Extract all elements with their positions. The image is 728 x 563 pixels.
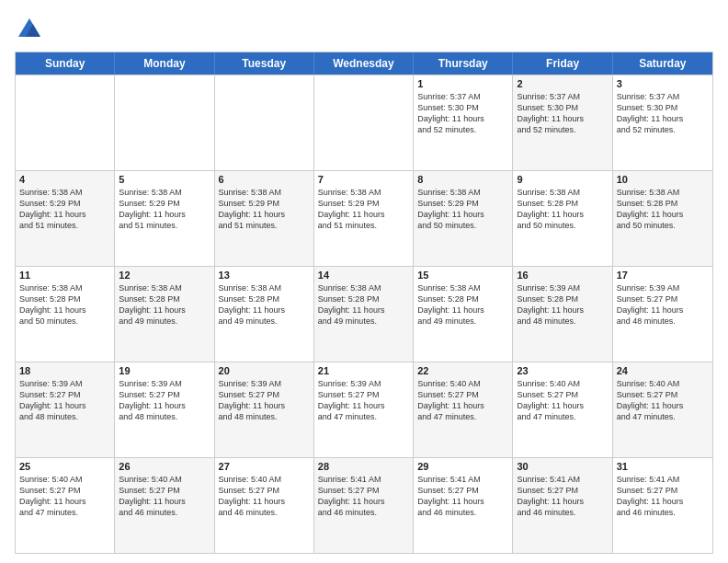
calendar-cell-day-12: 12Sunrise: 5:38 AM Sunset: 5:28 PM Dayli…	[115, 267, 214, 362]
cell-info: Sunrise: 5:38 AM Sunset: 5:28 PM Dayligh…	[318, 282, 409, 327]
calendar-cell-day-24: 24Sunrise: 5:40 AM Sunset: 5:27 PM Dayli…	[613, 362, 712, 457]
cell-info: Sunrise: 5:41 AM Sunset: 5:27 PM Dayligh…	[517, 474, 608, 519]
day-number: 31	[617, 461, 709, 472]
calendar-cell-day-8: 8Sunrise: 5:38 AM Sunset: 5:29 PM Daylig…	[414, 171, 513, 266]
calendar-cell-day-10: 10Sunrise: 5:38 AM Sunset: 5:28 PM Dayli…	[613, 171, 712, 266]
calendar-cell-day-25: 25Sunrise: 5:40 AM Sunset: 5:27 PM Dayli…	[16, 458, 115, 553]
cell-info: Sunrise: 5:38 AM Sunset: 5:29 PM Dayligh…	[219, 187, 310, 232]
logo-icon	[15, 15, 44, 44]
cell-info: Sunrise: 5:39 AM Sunset: 5:27 PM Dayligh…	[19, 378, 110, 423]
calendar-cell-day-20: 20Sunrise: 5:39 AM Sunset: 5:27 PM Dayli…	[215, 362, 314, 457]
calendar-cell-day-30: 30Sunrise: 5:41 AM Sunset: 5:27 PM Dayli…	[513, 458, 612, 553]
day-number: 18	[19, 365, 110, 376]
calendar-cell-day-7: 7Sunrise: 5:38 AM Sunset: 5:29 PM Daylig…	[314, 171, 414, 266]
cell-info: Sunrise: 5:40 AM Sunset: 5:27 PM Dayligh…	[119, 474, 210, 519]
calendar: SundayMondayTuesdayWednesdayThursdayFrid…	[15, 52, 713, 554]
day-number: 22	[417, 365, 508, 376]
calendar-cell-day-29: 29Sunrise: 5:41 AM Sunset: 5:27 PM Dayli…	[414, 458, 513, 553]
cell-info: Sunrise: 5:40 AM Sunset: 5:27 PM Dayligh…	[517, 378, 608, 423]
cell-info: Sunrise: 5:41 AM Sunset: 5:27 PM Dayligh…	[318, 474, 409, 519]
calendar-cell-day-3: 3Sunrise: 5:37 AM Sunset: 5:30 PM Daylig…	[613, 75, 712, 170]
cell-info: Sunrise: 5:39 AM Sunset: 5:27 PM Dayligh…	[219, 378, 310, 423]
day-number: 11	[19, 270, 110, 281]
day-number: 20	[219, 365, 310, 376]
calendar-cell-day-5: 5Sunrise: 5:38 AM Sunset: 5:29 PM Daylig…	[115, 171, 214, 266]
cell-info: Sunrise: 5:38 AM Sunset: 5:28 PM Dayligh…	[119, 282, 210, 327]
cell-info: Sunrise: 5:41 AM Sunset: 5:27 PM Dayligh…	[417, 474, 508, 519]
day-number: 13	[219, 270, 310, 281]
day-number: 29	[417, 461, 508, 472]
day-number: 10	[617, 174, 709, 185]
calendar-cell-empty	[215, 75, 314, 170]
weekday-header-thursday: Thursday	[414, 52, 513, 75]
cell-info: Sunrise: 5:38 AM Sunset: 5:28 PM Dayligh…	[417, 282, 508, 327]
cell-info: Sunrise: 5:40 AM Sunset: 5:27 PM Dayligh…	[417, 378, 508, 423]
day-number: 16	[517, 270, 608, 281]
day-number: 9	[517, 174, 608, 185]
calendar-row-1: 1Sunrise: 5:37 AM Sunset: 5:30 PM Daylig…	[16, 75, 712, 170]
calendar-cell-day-1: 1Sunrise: 5:37 AM Sunset: 5:30 PM Daylig…	[414, 75, 513, 170]
cell-info: Sunrise: 5:40 AM Sunset: 5:27 PM Dayligh…	[219, 474, 310, 519]
cell-info: Sunrise: 5:38 AM Sunset: 5:29 PM Dayligh…	[19, 187, 110, 232]
calendar-cell-day-28: 28Sunrise: 5:41 AM Sunset: 5:27 PM Dayli…	[314, 458, 414, 553]
cell-info: Sunrise: 5:41 AM Sunset: 5:27 PM Dayligh…	[617, 474, 709, 519]
cell-info: Sunrise: 5:39 AM Sunset: 5:27 PM Dayligh…	[119, 378, 210, 423]
day-number: 28	[318, 461, 409, 472]
weekday-header-wednesday: Wednesday	[314, 52, 414, 75]
calendar-cell-day-15: 15Sunrise: 5:38 AM Sunset: 5:28 PM Dayli…	[414, 267, 513, 362]
day-number: 25	[19, 461, 110, 472]
calendar-cell-day-9: 9Sunrise: 5:38 AM Sunset: 5:28 PM Daylig…	[513, 171, 612, 266]
calendar-cell-day-23: 23Sunrise: 5:40 AM Sunset: 5:27 PM Dayli…	[513, 362, 612, 457]
page: SundayMondayTuesdayWednesdayThursdayFrid…	[0, 0, 728, 563]
day-number: 17	[617, 270, 709, 281]
calendar-cell-day-26: 26Sunrise: 5:40 AM Sunset: 5:27 PM Dayli…	[115, 458, 214, 553]
day-number: 21	[318, 365, 409, 376]
calendar-row-4: 18Sunrise: 5:39 AM Sunset: 5:27 PM Dayli…	[16, 362, 712, 457]
calendar-row-5: 25Sunrise: 5:40 AM Sunset: 5:27 PM Dayli…	[16, 457, 712, 553]
cell-info: Sunrise: 5:39 AM Sunset: 5:28 PM Dayligh…	[517, 282, 608, 327]
calendar-header: SundayMondayTuesdayWednesdayThursdayFrid…	[16, 52, 712, 75]
day-number: 30	[517, 461, 608, 472]
calendar-body: 1Sunrise: 5:37 AM Sunset: 5:30 PM Daylig…	[16, 75, 712, 553]
calendar-cell-day-6: 6Sunrise: 5:38 AM Sunset: 5:29 PM Daylig…	[215, 171, 314, 266]
calendar-cell-day-22: 22Sunrise: 5:40 AM Sunset: 5:27 PM Dayli…	[414, 362, 513, 457]
calendar-cell-day-31: 31Sunrise: 5:41 AM Sunset: 5:27 PM Dayli…	[613, 458, 712, 553]
weekday-header-monday: Monday	[115, 52, 214, 75]
cell-info: Sunrise: 5:39 AM Sunset: 5:27 PM Dayligh…	[617, 282, 709, 327]
weekday-header-tuesday: Tuesday	[215, 52, 314, 75]
day-number: 2	[517, 78, 608, 89]
calendar-cell-day-18: 18Sunrise: 5:39 AM Sunset: 5:27 PM Dayli…	[16, 362, 115, 457]
day-number: 14	[318, 270, 409, 281]
cell-info: Sunrise: 5:37 AM Sunset: 5:30 PM Dayligh…	[417, 91, 508, 136]
cell-info: Sunrise: 5:38 AM Sunset: 5:28 PM Dayligh…	[517, 187, 608, 232]
day-number: 15	[417, 270, 508, 281]
day-number: 26	[119, 461, 210, 472]
calendar-cell-day-13: 13Sunrise: 5:38 AM Sunset: 5:28 PM Dayli…	[215, 267, 314, 362]
calendar-cell-empty	[115, 75, 214, 170]
day-number: 4	[19, 174, 110, 185]
calendar-cell-day-14: 14Sunrise: 5:38 AM Sunset: 5:28 PM Dayli…	[314, 267, 414, 362]
day-number: 3	[617, 78, 709, 89]
cell-info: Sunrise: 5:38 AM Sunset: 5:29 PM Dayligh…	[119, 187, 210, 232]
cell-info: Sunrise: 5:38 AM Sunset: 5:28 PM Dayligh…	[19, 282, 110, 327]
day-number: 27	[219, 461, 310, 472]
calendar-cell-day-17: 17Sunrise: 5:39 AM Sunset: 5:27 PM Dayli…	[613, 267, 712, 362]
calendar-cell-day-2: 2Sunrise: 5:37 AM Sunset: 5:30 PM Daylig…	[513, 75, 612, 170]
weekday-header-sunday: Sunday	[16, 52, 115, 75]
calendar-cell-day-4: 4Sunrise: 5:38 AM Sunset: 5:29 PM Daylig…	[16, 171, 115, 266]
day-number: 7	[318, 174, 409, 185]
weekday-header-saturday: Saturday	[613, 52, 712, 75]
cell-info: Sunrise: 5:38 AM Sunset: 5:28 PM Dayligh…	[219, 282, 310, 327]
day-number: 8	[417, 174, 508, 185]
calendar-cell-day-19: 19Sunrise: 5:39 AM Sunset: 5:27 PM Dayli…	[115, 362, 214, 457]
cell-info: Sunrise: 5:40 AM Sunset: 5:27 PM Dayligh…	[19, 474, 110, 519]
calendar-cell-empty	[314, 75, 414, 170]
calendar-cell-day-11: 11Sunrise: 5:38 AM Sunset: 5:28 PM Dayli…	[16, 267, 115, 362]
day-number: 24	[617, 365, 709, 376]
day-number: 12	[119, 270, 210, 281]
cell-info: Sunrise: 5:38 AM Sunset: 5:29 PM Dayligh…	[417, 187, 508, 232]
cell-info: Sunrise: 5:39 AM Sunset: 5:27 PM Dayligh…	[318, 378, 409, 423]
calendar-cell-day-27: 27Sunrise: 5:40 AM Sunset: 5:27 PM Dayli…	[215, 458, 314, 553]
calendar-row-3: 11Sunrise: 5:38 AM Sunset: 5:28 PM Dayli…	[16, 266, 712, 362]
calendar-cell-empty	[16, 75, 115, 170]
